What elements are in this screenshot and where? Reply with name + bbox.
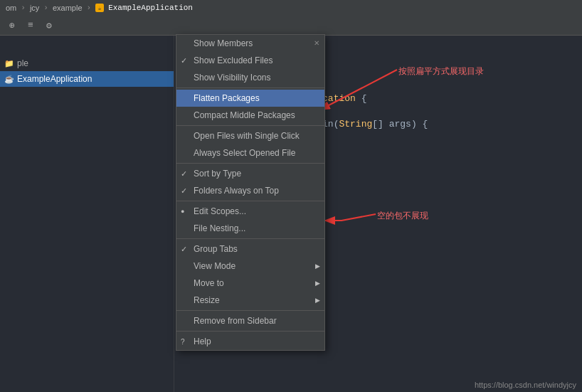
menu-item-folders-top[interactable]: ✓ Folders Always on Top (176, 182, 324, 199)
sidebar-item-ple[interactable]: 📁 ple (0, 55, 174, 71)
menu-label: Compact Middle Packages (194, 110, 295, 120)
check-show-excluded: ✓ (181, 56, 187, 65)
menu-item-help[interactable]: ? Help (176, 333, 324, 350)
help-icon: ? (181, 338, 185, 346)
menu-item-remove-sidebar[interactable]: Remove from Sidebar (176, 312, 324, 329)
menu-divider-6 (176, 310, 324, 311)
menu-item-always-select[interactable]: Always Select Opened File (176, 144, 324, 161)
menu-item-file-nesting[interactable]: File Nesting... (176, 220, 324, 237)
menu-item-move-to[interactable]: Move to (176, 275, 324, 292)
menu-divider-2 (176, 125, 324, 126)
breadcrumb-jcy: jcy (30, 4, 39, 12)
menu-label: Remove from Sidebar (194, 316, 277, 326)
sidebar: 📁 ple ☕ ExampleApplication (0, 36, 174, 392)
sidebar-item-label-selected: ExampleApplication (17, 74, 92, 84)
menu-item-compact-middle[interactable]: Compact Middle Packages (176, 107, 324, 124)
toolbar: ⊕ ≡ ⚙ (0, 16, 582, 36)
menu-label: Help (194, 337, 211, 346)
dropdown-menu: ✕ Show Members ✓ Show Excluded Files Sho… (176, 34, 325, 351)
menu-divider-3 (176, 163, 324, 164)
breadcrumb-example: example (53, 4, 83, 12)
settings-icon-btn[interactable]: ⚙ (41, 18, 57, 33)
menu-item-open-single[interactable]: Open Files with Single Click (176, 127, 324, 144)
menu-divider-5 (176, 238, 324, 239)
menu-divider-1 (176, 88, 324, 88)
globe-icon-btn[interactable]: ⊕ (4, 18, 20, 33)
menu-item-show-excluded[interactable]: ✓ Show Excluded Files (176, 52, 324, 69)
breadcrumb-om: om (6, 4, 16, 12)
menu-item-resize[interactable]: Resize (176, 292, 324, 309)
menu-item-flatten-packages[interactable]: Flatten Packages (176, 90, 324, 107)
menu-label: Show Visibility Icons (194, 73, 271, 83)
layout-icon-btn[interactable]: ≡ (23, 18, 38, 33)
menu-item-show-members[interactable]: Show Members (176, 35, 324, 52)
menu-divider-4 (176, 201, 324, 201)
menu-label: Show Members (194, 38, 253, 48)
menu-label: Move to (194, 278, 224, 288)
menu-label: Group Tabs (194, 244, 238, 254)
bottom-url: https://blog.csdn.net/windyjcy (475, 381, 576, 389)
java-file-icon: ☕ (4, 75, 14, 84)
menu-item-sort-type[interactable]: ✓ Sort by Type (176, 165, 324, 182)
menu-item-edit-scopes[interactable]: ● Edit Scopes... (176, 203, 324, 220)
folder-icon: 📁 (4, 59, 14, 68)
menu-label: Flatten Packages (194, 93, 260, 103)
menu-label: Sort by Type (194, 169, 241, 179)
file-icon: ☕ (95, 4, 104, 12)
radio-edit-scopes: ● (181, 208, 184, 215)
menu-label: Resize (194, 295, 220, 305)
menu-label: View Mode (194, 261, 236, 271)
check-group-tabs: ✓ (181, 245, 187, 254)
menu-label: Show Excluded Files (194, 55, 273, 65)
menu-item-view-mode[interactable]: View Mode (176, 258, 324, 275)
menu-label: Folders Always on Top (194, 186, 279, 196)
check-folders-top: ✓ (181, 186, 187, 196)
sidebar-item-label: ple (17, 58, 28, 68)
menu-label: Edit Scopes... (194, 206, 246, 216)
breadcrumb-file: ExampleApplication (108, 4, 193, 12)
sidebar-item-example-application[interactable]: ☕ ExampleApplication (0, 71, 174, 87)
menu-label: Open Files with Single Click (194, 131, 300, 141)
menu-label: File Nesting... (194, 223, 245, 233)
menu-item-group-tabs[interactable]: ✓ Group Tabs (176, 240, 324, 258)
title-bar: om › jcy › example › ☕ ExampleApplicatio… (0, 0, 582, 16)
menu-item-show-visibility[interactable]: Show Visibility Icons (176, 69, 324, 86)
menu-label: Always Select Opened File (194, 148, 295, 158)
menu-divider-7 (176, 331, 324, 332)
check-sort-type: ✓ (181, 169, 187, 179)
